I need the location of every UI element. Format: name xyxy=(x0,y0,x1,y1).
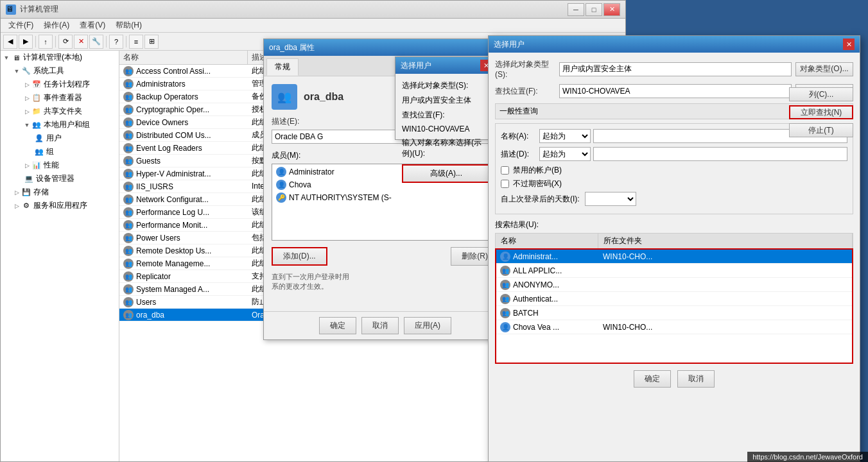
expand-arrow-shared: ▷ xyxy=(24,108,30,115)
disabled-accounts-checkbox[interactable] xyxy=(501,166,509,175)
col-button[interactable]: 列(C)... xyxy=(789,87,853,101)
select-ok-button[interactable]: 确定 xyxy=(634,370,671,388)
localusers-icon: 👥 xyxy=(31,120,42,130)
days-since-select[interactable] xyxy=(585,192,636,206)
result-cell-name: 👥 Authenticat... xyxy=(496,293,599,305)
sidebar-label-localusers: 本地用户和组 xyxy=(44,119,90,130)
result-cell-name: 👥 ALL APPLIC... xyxy=(496,264,599,277)
location-input[interactable] xyxy=(559,84,792,98)
small-dialog-content: 选择此对象类型(S): 用户或内置安全主体 查找位置(F): WIN10-CHO… xyxy=(395,74,497,189)
sidebar-item-localusers[interactable]: ▼ 👥 本地用户和组 xyxy=(1,118,119,132)
up-button[interactable]: ↑ xyxy=(39,35,53,49)
sidebar: ▼ 🖥 计算机管理(本地) ▼ 🔧 系统工具 ▷ 📅 任务计划程序 ▷ 📋 事件… xyxy=(1,51,119,461)
toolbar-sep-3 xyxy=(106,36,107,47)
result-cell-name: 👥 ANONYMO... xyxy=(496,278,599,291)
select-user-main-dialog: 选择用户 ✕ 选择此对象类型(S): 对象类型(O)... 查找位置(F): 位… xyxy=(488,35,860,462)
result-cell-folder xyxy=(599,312,852,314)
sidebar-label-eventlog: 事件查看器 xyxy=(44,92,82,103)
sidebar-item-eventlog[interactable]: ▷ 📋 事件查看器 xyxy=(1,91,119,105)
minimize-button[interactable]: ─ xyxy=(568,3,584,16)
maximize-button[interactable]: □ xyxy=(586,3,602,16)
ok-button[interactable]: 确定 xyxy=(319,317,356,334)
sidebar-item-shared[interactable]: ▷ 📁 共享文件夹 xyxy=(1,105,119,118)
result-row[interactable]: 👤 Administrat... WIN10-CHO... xyxy=(496,250,852,264)
sidebar-label-storage: 存储 xyxy=(33,187,49,198)
list-cell-name: 👥 Remote Desktop Us... xyxy=(119,245,248,257)
member-item[interactable]: 🔑 NT AUTHORITY\SYSTEM (S- xyxy=(273,191,497,204)
list-button[interactable]: ≡ xyxy=(129,35,143,49)
menu-action[interactable]: 操作(A) xyxy=(39,19,74,32)
search-button[interactable]: 立即查找(N) xyxy=(789,105,853,119)
main-win-controls: ─ □ ✕ xyxy=(568,3,620,16)
nonexpiring-checkbox[interactable] xyxy=(501,180,509,188)
result-cell-folder: WIN10-CHO... xyxy=(599,251,852,262)
forward-button[interactable]: ▶ xyxy=(19,35,33,49)
result-cell-folder xyxy=(599,298,852,300)
sidebar-item-devmgr[interactable]: 💻 设备管理器 xyxy=(1,172,119,185)
help-button[interactable]: ? xyxy=(109,35,123,49)
sidebar-label-performance: 性能 xyxy=(44,160,59,171)
small-object-type-row: 用户或内置安全主体 xyxy=(402,95,490,106)
advanced-button[interactable]: 高级(A)... xyxy=(402,164,490,183)
select-cancel-button[interactable]: 取消 xyxy=(677,370,715,388)
details-button[interactable]: ⊞ xyxy=(144,35,159,49)
result-row[interactable]: 👥 ANONYMO... xyxy=(496,278,852,292)
menu-view[interactable]: 查看(V) xyxy=(74,19,110,32)
cancel-button[interactable]: 取消 xyxy=(361,317,399,334)
menu-file[interactable]: 文件(F) xyxy=(3,19,39,32)
sidebar-item-performance[interactable]: ▷ 📊 性能 xyxy=(1,158,119,172)
sidebar-item-users[interactable]: 👤 用户 xyxy=(1,132,119,145)
expand-arrow-perf: ▷ xyxy=(24,162,30,169)
sidebar-item-root[interactable]: ▼ 🖥 计算机管理(本地) xyxy=(1,51,119,64)
sidebar-item-schedule[interactable]: ▷ 📅 任务计划程序 xyxy=(1,78,119,91)
row-icon: 👥 xyxy=(123,130,134,141)
sidebar-item-storage[interactable]: ▷ 💾 存储 xyxy=(1,185,119,199)
group-icon-large: 👥 xyxy=(272,84,297,110)
row-icon: 👥 xyxy=(123,66,134,76)
sidebar-item-groups[interactable]: 👥 组 xyxy=(1,145,119,158)
stop-button[interactable]: 停止(T) xyxy=(789,123,853,137)
desc-query-input[interactable] xyxy=(593,147,847,161)
row-icon: 👥 xyxy=(123,246,134,256)
close-button[interactable]: ✕ xyxy=(603,3,620,16)
list-cell-name: 👥 Performance Log U... xyxy=(119,207,248,218)
storage-icon: 💾 xyxy=(21,187,31,198)
results-header: 名称 所在文件夹 xyxy=(495,233,853,248)
delete-button[interactable]: ✕ xyxy=(74,35,88,49)
sidebar-item-tools[interactable]: ▼ 🔧 系统工具 xyxy=(1,64,119,78)
result-icon: 👥 xyxy=(500,280,510,290)
result-row[interactable]: 👥 BATCH xyxy=(496,306,852,320)
result-cell-folder xyxy=(599,284,852,286)
select-user-main-title: 选择用户 xyxy=(494,39,843,50)
refresh-button[interactable]: ⟳ xyxy=(58,35,73,49)
sidebar-label-groups: 组 xyxy=(46,146,54,157)
result-row[interactable]: 👤 Chova Vea ... WIN10-CHO... xyxy=(496,320,852,334)
right-buttons: 列(C)... 立即查找(N) 停止(T) xyxy=(785,87,853,137)
select-user-main-close[interactable]: ✕ xyxy=(843,38,855,50)
name-condition-select[interactable]: 起始为 结束为 等于 xyxy=(539,129,591,143)
tools-icon: 🔧 xyxy=(21,66,31,76)
object-type-input[interactable] xyxy=(559,62,792,76)
result-row[interactable]: 👥 ALL APPLIC... xyxy=(496,264,852,278)
row-icon: 👥 xyxy=(123,297,134,307)
sidebar-item-services[interactable]: ▷ ⚙ 服务和应用程序 xyxy=(1,199,119,212)
services-icon: ⚙ xyxy=(21,201,31,211)
row-icon: 👥 xyxy=(123,207,134,218)
menu-help[interactable]: 帮助(H) xyxy=(110,19,147,32)
add-button[interactable]: 添加(D)... xyxy=(272,247,327,266)
apply-button[interactable]: 应用(A) xyxy=(404,317,451,334)
toolbar-sep-1 xyxy=(35,36,36,47)
results-list: 👤 Administrat... WIN10-CHO... 👥 ALL APPL… xyxy=(495,248,853,364)
main-window-icon: 🖥 xyxy=(6,4,16,15)
row-icon: 👥 xyxy=(123,105,134,115)
tab-general[interactable]: 常规 xyxy=(266,58,299,76)
props-button[interactable]: 🔧 xyxy=(89,35,103,49)
back-button[interactable]: ◀ xyxy=(3,35,17,49)
eventlog-icon: 📋 xyxy=(31,93,42,103)
member-name: Administrator xyxy=(289,167,334,176)
list-cell-name: 👥 Guests xyxy=(119,155,248,167)
object-type-btn[interactable]: 对象类型(O)... xyxy=(795,62,853,76)
desc-condition-select[interactable]: 起始为 结束为 等于 xyxy=(539,147,591,161)
list-cell-name: 👥 ora_dba xyxy=(119,309,248,321)
result-row[interactable]: 👥 Authenticat... xyxy=(496,292,852,306)
